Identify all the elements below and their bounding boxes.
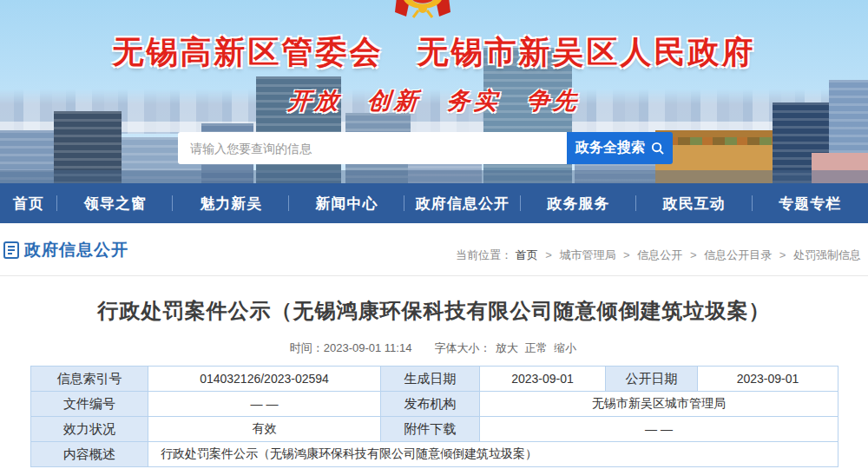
breadcrumb-info-catalog[interactable]: 信息公开目录 — [704, 248, 772, 261]
issuer-value: 无锡市新吴区城市管理局 — [480, 392, 838, 417]
fontsize-smaller[interactable]: 缩小 — [554, 341, 576, 354]
section-head-gov-info[interactable]: 政府信息公开 — [10, 239, 128, 261]
breadcrumb-info-disclosure[interactable]: 信息公开 — [637, 248, 682, 261]
nav-item-news[interactable]: 新闻中心 — [289, 183, 404, 223]
nav-item-charm-xinwu[interactable]: 魅力新吴 — [173, 183, 288, 223]
nav-item-interaction[interactable]: 政民互动 — [636, 183, 752, 223]
summary-value: 行政处罚案件公示（无锡鸿康环保科技有限公司随意倾倒建筑垃圾案） — [148, 442, 838, 467]
nav-item-leaders[interactable]: 领导之窗 — [57, 183, 173, 223]
validity-value: 有效 — [148, 417, 381, 442]
table-row: 效力状况 有效 附件下载 — — — [31, 417, 838, 442]
pub-date-label: 公开日期 — [606, 367, 698, 392]
nav-item-gov-info[interactable]: 政府信息公开 — [404, 183, 520, 223]
fontsize-normal[interactable]: 正常 — [525, 341, 548, 354]
issuer-label: 发布机构 — [381, 392, 480, 417]
search-button-label: 政务全搜索 — [575, 139, 645, 157]
breadcrumb-separator: > — [779, 248, 786, 261]
summary-label: 内容概述 — [31, 442, 148, 467]
time-label: 时间： — [290, 341, 324, 354]
fontsize-label: 字体大小： — [434, 341, 490, 354]
breadcrumb-separator: > — [623, 248, 630, 261]
breadcrumb-penalty-info[interactable]: 处罚强制信息 — [793, 248, 861, 261]
info-table: 信息索引号 014032126/2023-02594 生成日期 2023-09-… — [30, 366, 838, 467]
table-row: 文件编号 — — 发布机构 无锡市新吴区城市管理局 — [31, 392, 838, 417]
nav-item-special-topics[interactable]: 专题专栏 — [753, 183, 868, 223]
validity-label: 效力状况 — [31, 417, 148, 442]
breadcrumb-home[interactable]: 首页 — [516, 248, 538, 261]
time-value: 2023-09-01 11:14 — [324, 341, 412, 354]
breadcrumb: 当前位置： 首页 > 城市管理局 > 信息公开 > 信息公开目录 > 处罚强制信… — [456, 248, 861, 263]
main-nav: 首页 领导之窗 魅力新吴 新闻中心 政府信息公开 政务服务 政民互动 专题专栏 — [0, 183, 868, 223]
gen-date-label: 生成日期 — [381, 367, 480, 392]
header-banner: 无锡高新区管委会 无锡市新吴区人民政府 开放 创新 务实 争先 政务全搜索 — [0, 0, 868, 183]
search-bar: 政务全搜索 — [178, 132, 673, 164]
page: 无锡高新区管委会 无锡市新吴区人民政府 开放 创新 务实 争先 政务全搜索 首页… — [0, 0, 868, 469]
nav-item-home[interactable]: 首页 — [0, 183, 57, 223]
attachment-label: 附件下载 — [381, 417, 480, 442]
index-label: 信息索引号 — [31, 367, 148, 392]
article-meta: 时间：2023-09-01 11:14字体大小： 放大 正常 缩小 — [0, 340, 868, 356]
fontsize-larger[interactable]: 放大 — [496, 341, 518, 354]
table-row: 内容概述 行政处罚案件公示（无锡鸿康环保科技有限公司随意倾倒建筑垃圾案） — [31, 442, 838, 467]
site-title: 无锡高新区管委会 无锡市新吴区人民政府 — [0, 31, 868, 74]
breadcrumb-separator: > — [690, 248, 697, 261]
breadcrumb-label: 当前位置： — [456, 248, 512, 261]
breadcrumb-separator: > — [545, 248, 552, 261]
banner-base-strip — [0, 170, 868, 183]
index-value: 014032126/2023-02594 — [148, 367, 381, 392]
attachment-value: — — — [480, 417, 838, 442]
section-title: 政府信息公开 — [24, 239, 128, 261]
site-slogan: 开放 创新 务实 争先 — [0, 85, 868, 116]
doc-no-label: 文件编号 — [31, 392, 148, 417]
article-title: 行政处罚案件公示（无锡鸿康环保科技有限公司随意倾倒建筑垃圾案） — [0, 297, 868, 325]
search-button[interactable]: 政务全搜索 — [567, 132, 673, 164]
national-emblem-icon — [395, 0, 450, 23]
gen-date-value: 2023-09-01 — [480, 367, 606, 392]
document-icon — [3, 241, 19, 259]
doc-no-value: — — — [148, 392, 381, 417]
subheader: 政府信息公开 当前位置： 首页 > 城市管理局 > 信息公开 > 信息公开目录 … — [0, 223, 868, 276]
search-input[interactable] — [178, 132, 567, 164]
table-row: 信息索引号 014032126/2023-02594 生成日期 2023-09-… — [31, 367, 838, 392]
breadcrumb-city-bureau[interactable]: 城市管理局 — [559, 248, 615, 261]
nav-item-services[interactable]: 政务服务 — [521, 183, 636, 223]
search-icon — [651, 142, 664, 155]
pub-date-value: 2023-09-01 — [698, 367, 838, 392]
